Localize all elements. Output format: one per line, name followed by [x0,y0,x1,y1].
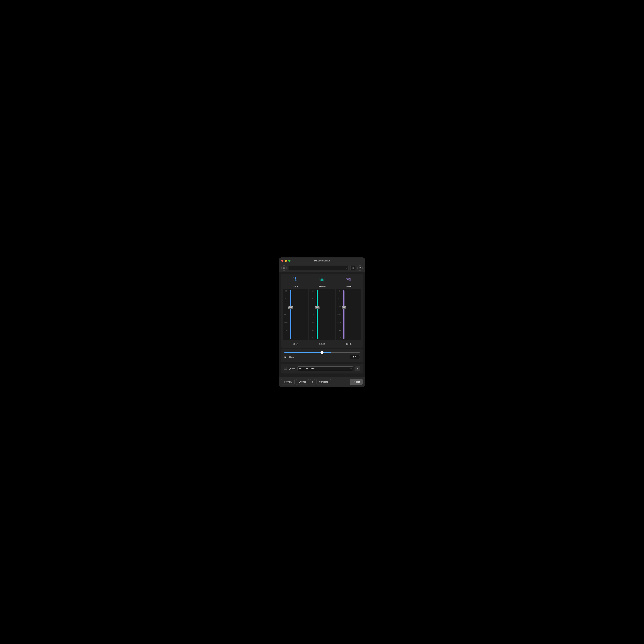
voice-fader-handle[interactable] [288,306,293,309]
voice-channel: Voice -12 -0 --12 --24 --36 --48 --Inf [283,276,308,345]
channels-section: Voice -12 -0 --12 --24 --36 --48 --Inf [281,274,363,348]
voice-label: Voice [293,285,298,288]
voice-fader[interactable] [288,290,293,339]
reverb-icon [319,276,325,283]
noise-scale: -12 -0 --12 --24 --36 --48 --Inf [337,290,341,339]
sensitivity-bottom-row: Sensitivity 5,0 [284,355,360,359]
window-title: Dialogue Isolate [314,259,330,262]
scale-n36: -36 [285,322,287,323]
sensitivity-section: Sensitivity 5,0 [281,349,363,362]
scale-n48: -48 [285,330,287,331]
traffic-lights [281,260,290,262]
plus-button[interactable]: + [310,379,315,385]
main-content: Voice -12 -0 --12 --24 --36 --48 --Inf [279,272,365,377]
svg-rect-7 [285,368,285,369]
reverb-channel: Reverb -12 -0 --12 --24 --36 --48 --Inf [309,276,335,345]
scale-n12: -12 [285,306,287,307]
noise-bar-track [343,290,344,339]
quality-dropdown[interactable]: Good / Real-time ▾ [297,366,353,371]
svg-point-0 [294,277,296,279]
close-button[interactable] [281,260,283,262]
reverb-db-value: 0.0 dB [319,343,325,345]
noise-fader-container: -12 -0 --12 --24 --36 --48 --Inf [336,289,361,340]
svg-point-5 [319,277,325,282]
menu-button[interactable]: ≡ [350,266,356,270]
reverb-fader-handle[interactable] [315,306,319,309]
quality-play-button[interactable]: ▶ [355,366,360,371]
noise-channel: Noise -12 -0 --12 --24 --36 --48 --Inf [336,276,361,345]
scale-n24: -24 [285,314,287,315]
quality-section: Quality Good / Real-time ▾ ▶ [281,364,363,373]
reverb-fader-container: -12 -0 --12 --24 --36 --48 --Inf [309,289,335,340]
sensitivity-slider[interactable] [284,352,360,353]
noise-db-value: 0.0 dB [346,343,352,345]
quality-chevron-icon: ▾ [351,367,352,370]
compare-button[interactable]: Compare [316,379,331,385]
chat-icon: ≡ [283,267,285,269]
play-icon: ▶ [357,367,359,370]
sensitivity-label: Sensitivity [284,356,294,358]
voice-scale: -12 -0 --12 --24 --36 --48 --Inf [284,290,288,339]
svg-point-3 [321,278,323,281]
svg-rect-6 [284,367,284,369]
minimize-button[interactable] [285,260,287,262]
render-button[interactable]: Render [350,379,363,385]
help-icon: ? [359,267,361,269]
reverb-label: Reverb [318,285,326,288]
reverb-bar-fill [317,290,318,339]
noise-icon [346,276,352,283]
title-bar: Dialogue Isolate [279,257,365,264]
noise-fader[interactable] [341,290,346,339]
voice-fader-container: -12 -0 --12 --24 --36 --48 --Inf [283,289,308,340]
voice-db-value: 0.0 dB [292,343,298,345]
toolbar: ≡ ▾ ≡ ? [279,264,365,272]
voice-icon [292,276,298,283]
scale-0: 0 [285,298,286,300]
svg-rect-8 [286,367,286,369]
menu-icon: ≡ [352,267,354,269]
quality-label: Quality [289,367,295,370]
preset-dropdown[interactable]: ▾ [288,266,349,270]
quality-value: Good / Real-time [299,367,314,370]
scale-12: 12 [285,290,287,292]
preview-button[interactable]: Preview [281,379,295,385]
scale-inf: -Inf [285,337,287,339]
chevron-down-icon: ▾ [346,267,347,269]
noise-fader-handle[interactable] [342,306,346,309]
reverb-bar-track [317,290,318,339]
noise-bar-fill [343,290,344,339]
sensitivity-slider-row [284,352,360,353]
main-window: Dialogue Isolate ≡ ▾ ≡ ? [279,257,365,387]
noise-label: Noise [346,285,351,288]
voice-bar-fill [290,290,291,339]
voice-bar-track [290,290,291,339]
bypass-button[interactable]: Bypass [296,379,309,385]
sensitivity-value[interactable]: 5,0 [350,355,360,359]
quality-icon [284,367,287,370]
reverb-scale: -12 -0 --12 --24 --36 --48 --Inf [311,290,315,339]
svg-point-2 [321,279,323,280]
chat-button[interactable]: ≡ [281,265,287,271]
maximize-button[interactable] [288,260,290,262]
reverb-fader[interactable] [315,290,320,339]
help-button[interactable]: ? [357,265,363,271]
bottom-bar: Preview Bypass + Compare Render [279,377,365,387]
